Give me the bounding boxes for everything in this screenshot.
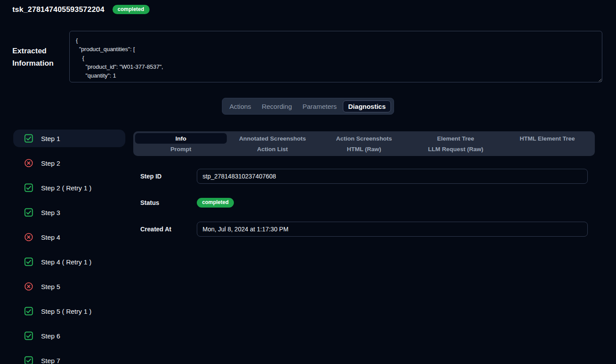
subtab-info[interactable]: Info: [135, 133, 227, 144]
step-status-badge: completed: [197, 198, 234, 207]
step-label: Step 5: [41, 283, 60, 290]
task-detail-page: tsk_278147405593572204 completed Extract…: [0, 0, 616, 364]
step-id-row: Step ID: [140, 169, 588, 184]
step-label: Step 6: [41, 332, 60, 340]
step-label: Step 1: [41, 135, 60, 142]
subtab-html-raw[interactable]: HTML (Raw): [318, 144, 410, 154]
circle-x-icon: [24, 282, 33, 291]
steps-sidebar: Step 1 Step 2 Step 2 ( Retry 1 ) Step 3 …: [13, 130, 125, 364]
subtab-annotated-screenshots[interactable]: Annotated Screenshots: [227, 133, 319, 144]
subtab-action-list[interactable]: Action List: [227, 144, 319, 154]
step-label: Step 4: [41, 234, 60, 241]
tab-actions[interactable]: Actions: [225, 101, 255, 112]
checkbox-check-icon: [24, 134, 33, 143]
checkbox-check-icon: [24, 307, 33, 316]
status-label: Status: [140, 199, 197, 206]
task-id-title: tsk_278147405593572204: [12, 5, 105, 14]
extracted-information-label: Extracted Information: [12, 45, 65, 70]
created-at-input[interactable]: [197, 222, 588, 237]
tab-diagnostics[interactable]: Diagnostics: [343, 100, 391, 112]
task-status-badge: completed: [113, 5, 150, 14]
step-item-1[interactable]: Step 1: [13, 130, 125, 147]
step-item-6[interactable]: Step 6: [13, 327, 125, 345]
tab-parameters[interactable]: Parameters: [298, 101, 342, 112]
subtab-element-tree[interactable]: Element Tree: [410, 133, 502, 144]
step-item-2-retry-1[interactable]: Step 2 ( Retry 1 ): [13, 179, 125, 197]
step-item-4-retry-1[interactable]: Step 4 ( Retry 1 ): [13, 253, 125, 271]
step-item-3[interactable]: Step 3: [13, 204, 125, 221]
step-label: Step 2: [41, 160, 60, 167]
step-item-5[interactable]: Step 5: [13, 278, 125, 295]
step-label: Step 3: [41, 209, 60, 216]
circle-x-icon: [24, 233, 33, 241]
status-row: Status completed: [140, 195, 588, 210]
step-item-2[interactable]: Step 2: [13, 154, 125, 172]
step-label: Step 5 ( Retry 1 ): [41, 308, 91, 315]
step-label: Step 4 ( Retry 1 ): [41, 258, 91, 266]
checkbox-check-icon: [24, 257, 33, 266]
extracted-information-textarea[interactable]: { "product_quantities": [ { "product_id"…: [69, 31, 602, 82]
header: tsk_278147405593572204 completed: [12, 5, 150, 14]
step-item-7[interactable]: Step 7: [13, 352, 125, 364]
step-item-4[interactable]: Step 4: [13, 228, 125, 246]
checkbox-check-icon: [24, 183, 33, 192]
subtab-prompt[interactable]: Prompt: [135, 144, 227, 154]
checkbox-check-icon: [24, 356, 33, 364]
circle-x-icon: [24, 159, 33, 167]
subtab-llm-request-raw[interactable]: LLM Request (Raw): [410, 144, 502, 154]
step-label: Step 2 ( Retry 1 ): [41, 184, 91, 192]
diagnostics-subtab-bar: Info Annotated Screenshots Action Screen…: [133, 131, 595, 156]
step-label: Step 7: [41, 357, 60, 364]
checkbox-check-icon: [24, 331, 33, 340]
step-id-label: Step ID: [140, 173, 197, 180]
step-id-input[interactable]: [197, 169, 588, 184]
step-info-panel: Step ID Status completed Created At: [140, 169, 588, 237]
subtab-html-element-tree[interactable]: HTML Element Tree: [501, 133, 593, 144]
subtab-action-screenshots[interactable]: Action Screenshots: [318, 133, 410, 144]
tab-recording[interactable]: Recording: [257, 101, 296, 112]
main-tab-bar: Actions Recording Parameters Diagnostics: [222, 98, 394, 115]
step-item-5-retry-1[interactable]: Step 5 ( Retry 1 ): [13, 302, 125, 320]
created-at-label: Created At: [140, 226, 197, 233]
created-at-row: Created At: [140, 222, 588, 237]
checkbox-check-icon: [24, 208, 33, 217]
